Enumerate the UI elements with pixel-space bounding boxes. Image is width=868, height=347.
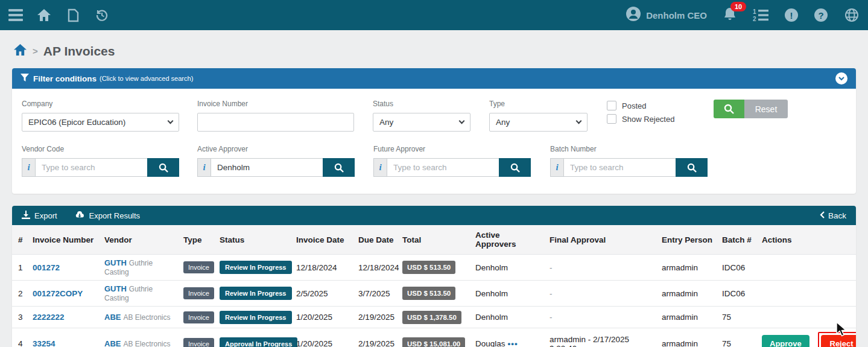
col-invoice-number: Invoice Number: [29, 225, 101, 255]
reset-button[interactable]: Reset: [744, 100, 788, 118]
status-label: Status: [373, 100, 470, 108]
ordered-list-icon[interactable]: 1 2: [753, 7, 768, 23]
final-approval: -: [546, 255, 658, 281]
reject-button[interactable]: Reject: [821, 335, 857, 347]
active-approver-input[interactable]: [211, 158, 323, 177]
reject-highlight-box: Reject: [818, 332, 857, 347]
approve-button[interactable]: Approve: [762, 335, 809, 347]
export-button[interactable]: Export: [22, 211, 57, 221]
user-menu[interactable]: Denholm CEO: [626, 6, 707, 24]
search-button[interactable]: [714, 100, 744, 118]
type-select[interactable]: Any: [489, 113, 588, 132]
vendor-code: GUTH: [104, 284, 127, 293]
batch-number-search-button[interactable]: [676, 158, 708, 177]
active-approvers: Denholm: [472, 255, 546, 281]
col-num: #: [12, 225, 29, 255]
document-icon[interactable]: [65, 7, 81, 23]
breadcrumb-home-icon[interactable]: [13, 43, 27, 59]
info-icon: i: [22, 158, 35, 177]
filter-title: Filter conditions: [33, 74, 97, 83]
home-icon[interactable]: [36, 7, 52, 23]
final-approval: -: [546, 281, 658, 307]
invoices-table: # Invoice Number Vendor Type Status Invo…: [12, 225, 856, 347]
filter-header[interactable]: Filter conditions (Click to view advance…: [12, 68, 856, 89]
status-select[interactable]: Any: [373, 113, 470, 132]
batch-number: IDC06: [718, 255, 758, 281]
actions-cell: Approve Reject: [758, 328, 856, 347]
invoice-number-input[interactable]: [197, 113, 354, 132]
invoice-link[interactable]: 2222222: [33, 313, 65, 322]
chevron-down-icon: [168, 118, 174, 124]
export-results-button[interactable]: Export Results: [74, 211, 141, 221]
svg-text:1: 1: [753, 8, 756, 15]
vendor-code-search-button[interactable]: [147, 158, 179, 177]
col-batch: Batch #: [718, 225, 758, 255]
vendor-name: AB Electronics: [123, 313, 170, 322]
history-icon[interactable]: [94, 7, 110, 23]
more-approvers-button[interactable]: •••: [508, 339, 518, 347]
batch-number-input[interactable]: [563, 158, 676, 177]
active-approvers: Denholm: [472, 281, 546, 307]
table-row: 1 001272 GUTHGuthrie Casting Invoice Rev…: [12, 255, 856, 281]
type-badge: Invoice: [183, 311, 214, 323]
col-due-date: Due Date: [355, 225, 399, 255]
status-badge: Approval In Progress: [220, 337, 297, 347]
entry-person: armadmin: [658, 328, 718, 347]
total-badge: USD $ 15,081.00: [402, 337, 465, 347]
status-badge: Review In Progress: [220, 287, 292, 300]
breadcrumb: > AP Invoices: [0, 30, 868, 68]
back-button[interactable]: Back: [820, 211, 846, 220]
download-icon: [22, 211, 30, 221]
type-badge: Invoice: [183, 287, 214, 299]
status-badge: Review In Progress: [220, 311, 292, 324]
due-date: 12/18/2024: [355, 255, 399, 281]
export-label: Export: [34, 211, 57, 220]
company-value: EPIC06 (Epicor Education): [28, 118, 125, 127]
show-rejected-checkbox-row[interactable]: Show Rejected: [607, 114, 674, 124]
future-approver-search-button[interactable]: [499, 158, 531, 177]
batch-number: IDC06: [718, 281, 758, 307]
invoice-link[interactable]: 33254: [33, 339, 55, 347]
col-status: Status: [216, 225, 293, 255]
svg-text:2: 2: [753, 16, 756, 22]
posted-checkbox-row[interactable]: Posted: [607, 101, 674, 110]
chevron-down-icon: [459, 118, 465, 124]
col-actions: Actions: [758, 225, 856, 255]
bell-icon: [723, 13, 737, 23]
alerts-icon[interactable]: !: [785, 8, 798, 22]
col-entry-person: Entry Person: [658, 225, 718, 255]
collapse-panel-button[interactable]: [835, 72, 847, 84]
globe-icon[interactable]: [844, 7, 860, 23]
actions-cell: [758, 281, 856, 307]
future-approver-input[interactable]: [387, 158, 499, 177]
active-approver-search-button[interactable]: [323, 158, 355, 177]
actions-cell: [758, 255, 856, 281]
vendor-code-input[interactable]: [35, 158, 147, 177]
notifications-button[interactable]: 10: [723, 7, 737, 24]
show-rejected-checkbox[interactable]: [607, 114, 616, 124]
company-label: Company: [22, 100, 179, 108]
col-vendor: Vendor: [101, 225, 180, 255]
invoice-date: 12/18/2024: [293, 255, 355, 281]
top-navbar: Denholm CEO 10 1 2 ! ?: [0, 0, 868, 30]
menu-icon[interactable]: [8, 9, 23, 21]
company-select[interactable]: EPIC06 (Epicor Education): [22, 113, 179, 132]
type-label: Type: [489, 100, 588, 108]
col-type: Type: [180, 225, 216, 255]
invoice-link[interactable]: 001272COPY: [33, 289, 83, 298]
chevron-left-icon: [820, 211, 825, 220]
posted-checkbox[interactable]: [607, 101, 616, 110]
due-date: 2/19/2025: [355, 328, 399, 347]
approver-name: Douglas: [475, 339, 505, 347]
batch-number: 75: [718, 328, 758, 347]
total-badge: USD $ 1,378.50: [402, 311, 461, 324]
help-icon[interactable]: ?: [814, 8, 828, 22]
alert-glyph: !: [790, 10, 793, 21]
active-approvers: Douglas•••: [472, 328, 546, 347]
results-toolbar: Export Export Results Back: [12, 206, 856, 225]
table-row: 3 2222222 ABEAB Electronics Invoice Revi…: [12, 307, 856, 328]
invoice-link[interactable]: 001272: [33, 263, 60, 272]
status-value: Any: [379, 118, 393, 127]
info-icon: i: [550, 158, 563, 177]
total-badge: USD $ 513.50: [402, 287, 455, 300]
